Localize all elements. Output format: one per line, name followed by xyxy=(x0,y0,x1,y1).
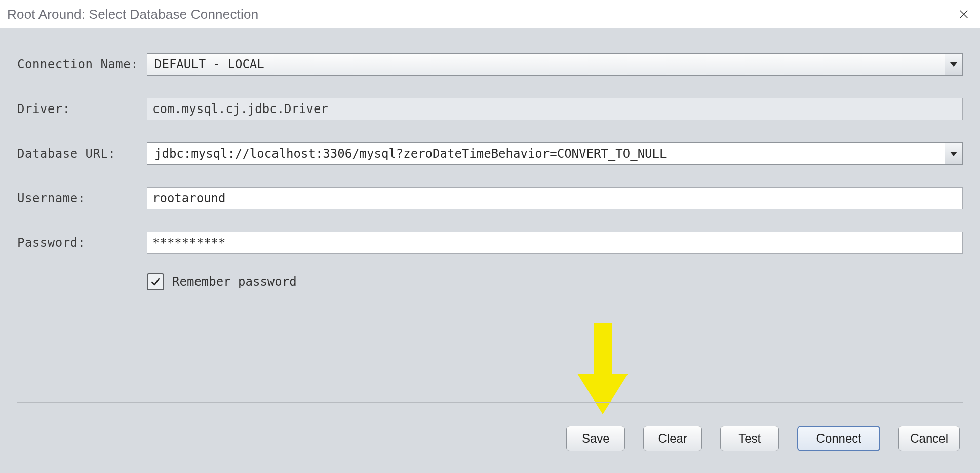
database-url-combobox[interactable]: jdbc:mysql://localhost:3306/mysql?zeroDa… xyxy=(147,142,963,165)
password-field[interactable] xyxy=(147,232,963,254)
chevron-down-icon[interactable] xyxy=(945,143,962,164)
row-username: Username: xyxy=(17,187,963,209)
driver-field xyxy=(147,98,963,120)
username-label: Username: xyxy=(17,191,147,205)
driver-label: Driver: xyxy=(17,102,147,116)
row-driver: Driver: xyxy=(17,98,963,120)
dialog-body: Connection Name: DEFAULT - LOCAL Driver:… xyxy=(0,28,980,473)
connection-name-combobox[interactable]: DEFAULT - LOCAL xyxy=(147,53,963,76)
database-url-value: jdbc:mysql://localhost:3306/mysql?zeroDa… xyxy=(154,147,667,161)
cancel-button[interactable]: Cancel xyxy=(898,426,960,451)
row-remember-password: Remember password xyxy=(147,273,963,290)
separator xyxy=(17,402,963,403)
clear-button[interactable]: Clear xyxy=(643,426,702,451)
row-connection-name: Connection Name: DEFAULT - LOCAL xyxy=(17,53,963,76)
password-label: Password: xyxy=(17,236,147,250)
database-url-label: Database URL: xyxy=(17,147,147,161)
connection-name-label: Connection Name: xyxy=(17,57,147,71)
remember-password-checkbox[interactable] xyxy=(147,273,164,290)
chevron-down-icon[interactable] xyxy=(945,54,962,75)
button-bar: Save Clear Test Connect Cancel xyxy=(566,426,960,451)
save-button[interactable]: Save xyxy=(566,426,625,451)
remember-password-label: Remember password xyxy=(172,275,297,289)
test-button[interactable]: Test xyxy=(720,426,779,451)
title-bar: Root Around: Select Database Connection xyxy=(0,0,980,28)
username-field[interactable] xyxy=(147,187,963,209)
connection-name-value: DEFAULT - LOCAL xyxy=(154,57,264,71)
connect-button[interactable]: Connect xyxy=(797,426,880,451)
row-database-url: Database URL: jdbc:mysql://localhost:330… xyxy=(17,142,963,165)
svg-marker-2 xyxy=(577,323,628,414)
connection-form: Connection Name: DEFAULT - LOCAL Driver:… xyxy=(0,29,980,290)
row-password: Password: xyxy=(17,232,963,254)
window-title: Root Around: Select Database Connection xyxy=(7,7,258,22)
annotation-arrow-icon xyxy=(577,323,628,424)
check-icon xyxy=(150,277,161,287)
close-icon[interactable] xyxy=(955,5,973,23)
